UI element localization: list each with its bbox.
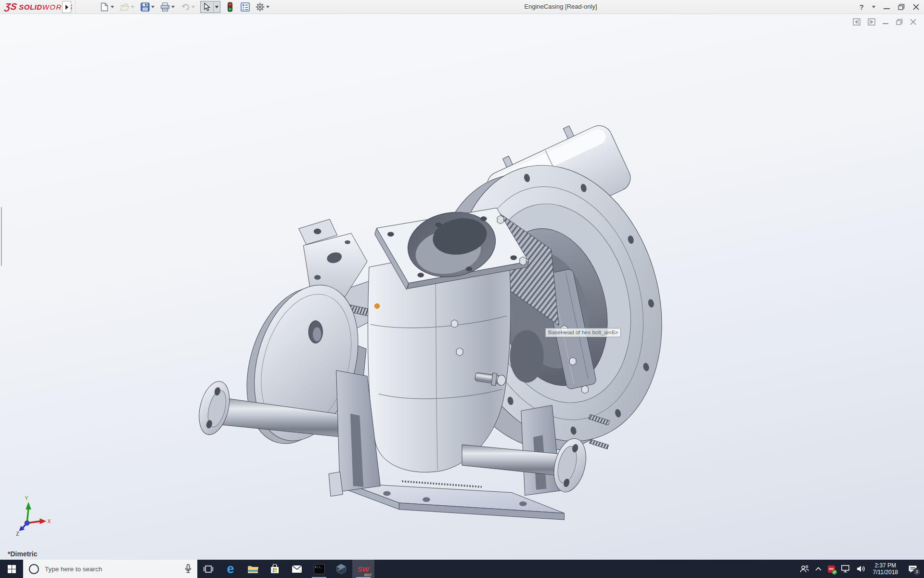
chevron-up-icon (815, 567, 821, 571)
desktop: ƷS SOLID WORKS (0, 0, 924, 578)
new-document-button[interactable] (99, 1, 110, 13)
triad-x-label: X (47, 518, 51, 524)
undo-button[interactable] (180, 1, 191, 13)
traffic-light-icon (227, 2, 233, 12)
notification-badge: 3 (913, 568, 921, 576)
titlebar: ƷS SOLID WORKS (0, 0, 924, 14)
options-dropdown[interactable] (265, 1, 270, 13)
hexagon-app-icon (336, 564, 346, 575)
solidworks-resource-monitor[interactable]: SW (828, 565, 835, 573)
volume-icon (857, 565, 866, 573)
doc-restore-button[interactable] (896, 19, 903, 25)
solidworks-monitor-icon: SW (828, 565, 835, 573)
cortana-icon (29, 564, 39, 574)
menu-flyout-button[interactable] (62, 1, 71, 13)
selection-point[interactable] (375, 304, 380, 309)
file-properties-icon (241, 2, 250, 12)
clock-date: 7/11/2018 (873, 569, 898, 576)
triad-z-label: Z (16, 531, 19, 537)
taskbar-clock[interactable]: 2:37 PM 7/11/2018 (873, 562, 898, 576)
file-properties-button[interactable] (240, 1, 250, 13)
print-icon (160, 2, 170, 12)
print-button[interactable] (160, 1, 170, 13)
rebuild-button[interactable] (225, 1, 235, 13)
close-button[interactable] (913, 4, 919, 10)
save-button[interactable] (140, 1, 150, 13)
select-tool-group (200, 1, 220, 13)
triad-y-label: Y (25, 495, 28, 501)
network-button[interactable] (841, 565, 850, 573)
restore-button[interactable] (898, 4, 905, 10)
flyout-arrow-icon (65, 4, 69, 10)
document-window-controls (853, 18, 916, 26)
options-button[interactable] (255, 1, 265, 13)
help-button[interactable]: ? (860, 3, 864, 11)
orientation-triad: Y X Z (16, 495, 51, 537)
people-icon (799, 565, 809, 573)
taskbar-app-solidworks[interactable]: SW 2017 (352, 560, 374, 578)
network-icon (841, 565, 850, 573)
pane-right-button[interactable] (868, 18, 875, 26)
view-orientation-label: *Dimetric (8, 550, 37, 558)
microphone-icon[interactable] (185, 564, 192, 574)
taskbar-app-mail[interactable] (286, 560, 308, 578)
window-controls: ? (860, 0, 919, 13)
taskbar-app-file-explorer[interactable] (242, 560, 264, 578)
caret-down-icon (131, 6, 134, 8)
gear-icon (256, 2, 265, 12)
caret-down-icon (215, 6, 218, 8)
new-document-icon (101, 2, 108, 12)
volume-button[interactable] (857, 565, 866, 573)
open-button[interactable] (119, 1, 130, 13)
housing-recess (510, 330, 543, 382)
file-explorer-icon (247, 565, 258, 574)
pane-left-button[interactable] (853, 18, 860, 26)
taskbar-app-edge[interactable]: e (219, 560, 242, 578)
taskbar-search[interactable] (23, 560, 197, 578)
quick-toolbar (99, 0, 275, 13)
taskbar: e C:\_ (0, 560, 924, 578)
window-title: EngineCasing [Read-only] (524, 0, 597, 13)
search-input[interactable] (44, 565, 185, 573)
start-button[interactable] (0, 560, 23, 578)
print-dropdown[interactable] (170, 1, 176, 13)
solidworks-logo-glyph: ƷS (4, 1, 17, 12)
feature-panel-edge[interactable] (1, 207, 2, 266)
caret-down-icon (192, 6, 195, 8)
save-dropdown[interactable] (150, 1, 155, 13)
taskbar-app-store[interactable] (264, 560, 286, 578)
open-dropdown[interactable] (130, 1, 135, 13)
caret-down-icon (171, 6, 175, 8)
engine-casing-assembly[interactable] (194, 111, 691, 520)
edge-icon: e (227, 563, 234, 576)
action-center-button[interactable]: 3 (908, 565, 917, 573)
clock-time: 2:37 PM (873, 562, 898, 569)
select-tool-button[interactable] (201, 1, 214, 13)
engine-casing-model[interactable]: Y X Z (0, 14, 924, 560)
new-document-dropdown[interactable] (110, 1, 115, 13)
tray-overflow-button[interactable] (815, 567, 821, 571)
task-view-button[interactable] (197, 560, 219, 578)
component-tooltip: BaseHead of hex bolt_ai<6> (545, 328, 621, 337)
graphics-viewport[interactable]: Y X Z BaseHead of hex bolt_ai<6> *Dimetr… (0, 14, 924, 560)
open-folder-icon (120, 3, 129, 11)
taskbar-app-command-prompt[interactable]: C:\_ (308, 560, 330, 578)
select-cursor-icon (204, 3, 210, 11)
undo-arrow-icon (180, 3, 190, 11)
doc-close-button[interactable] (910, 19, 916, 25)
save-floppy-icon (141, 2, 150, 12)
caret-down-icon (266, 6, 270, 8)
task-view-icon (204, 565, 213, 573)
command-prompt-icon: C:\_ (314, 564, 325, 574)
logo-divider (75, 0, 76, 13)
solidworks-2017-icon: SW 2017 (356, 562, 371, 576)
caret-down-icon (111, 6, 114, 8)
caret-down-icon (151, 6, 154, 8)
doc-minimize-button[interactable] (883, 19, 889, 25)
minimize-button[interactable] (884, 4, 890, 10)
undo-dropdown[interactable] (191, 1, 196, 13)
taskbar-app-3d-viewer[interactable] (330, 560, 352, 578)
people-button[interactable] (799, 565, 809, 573)
help-dropdown-icon[interactable] (872, 6, 875, 8)
select-tool-dropdown[interactable] (214, 1, 220, 13)
